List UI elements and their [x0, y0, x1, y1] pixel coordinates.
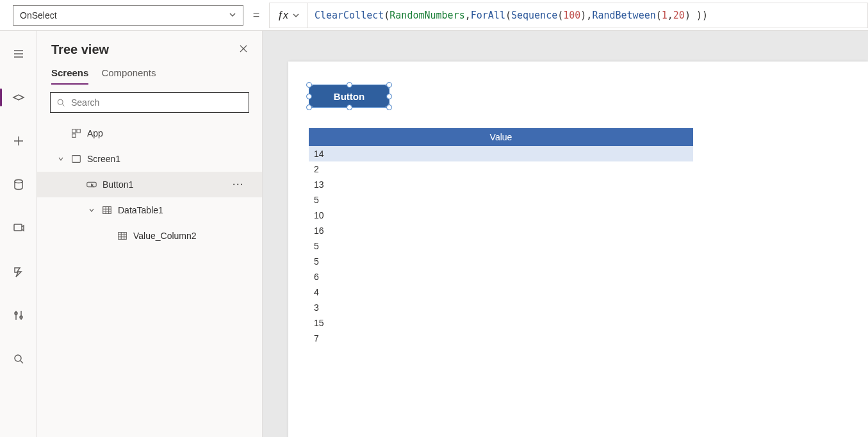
data-table-header[interactable]: Value [309, 128, 693, 146]
table-row[interactable]: 15 [309, 315, 693, 331]
table-row[interactable]: 6 [309, 269, 693, 284]
tree-item-label: App [87, 128, 103, 138]
table-row[interactable]: 2 [309, 161, 693, 177]
tree-item-label: DataTable1 [118, 205, 163, 215]
screen[interactable]: Button Value 142135101655643157 [288, 62, 868, 437]
svg-point-4 [15, 355, 21, 361]
svg-rect-11 [103, 207, 111, 214]
tree-view-panel: Tree view Screens Components AppScreen1B… [37, 31, 263, 437]
tree-item-datatable1[interactable]: DataTable1 [37, 197, 262, 223]
fx-icon: ƒx [277, 10, 288, 21]
tree-list: AppScreen1Button1···DataTable1Value_Colu… [37, 120, 262, 437]
table-row[interactable]: 3 [309, 300, 693, 315]
screen-icon [70, 153, 82, 165]
table-row[interactable]: 5 [309, 254, 693, 269]
tab-screens[interactable]: Screens [51, 67, 88, 85]
table-row[interactable]: 14 [309, 146, 693, 161]
app-icon [70, 128, 82, 139]
property-dropdown-value: OnSelect [20, 10, 57, 21]
left-rail [0, 31, 37, 437]
fx-menu[interactable]: ƒx [269, 3, 308, 28]
chevron-down-icon[interactable] [87, 207, 96, 213]
chevron-down-icon [292, 12, 300, 19]
button-icon [86, 179, 97, 190]
chevron-down-icon[interactable] [56, 156, 65, 162]
tree-item-value_column2[interactable]: Value_Column2 [37, 223, 262, 249]
resize-handle[interactable] [347, 82, 352, 88]
button-control[interactable]: Button [309, 85, 389, 107]
selection-outline[interactable]: Button [309, 85, 389, 108]
resize-handle[interactable] [306, 82, 312, 88]
search-icon[interactable] [6, 346, 31, 372]
table-row[interactable]: 10 [309, 208, 693, 223]
resize-handle[interactable] [347, 104, 352, 110]
tree-item-screen1[interactable]: Screen1 [37, 146, 262, 172]
property-dropdown[interactable]: OnSelect [13, 5, 243, 26]
svg-point-5 [58, 99, 63, 104]
canvas-area[interactable]: Button Value 142135101655643157 [263, 31, 868, 437]
tree-view-icon[interactable] [6, 85, 31, 110]
resize-handle[interactable] [386, 104, 392, 110]
svg-rect-12 [119, 233, 127, 240]
svg-rect-6 [72, 129, 76, 133]
media-icon[interactable] [6, 215, 31, 241]
resize-handle[interactable] [386, 94, 392, 99]
search-icon [56, 97, 66, 108]
table-row[interactable]: 13 [309, 177, 693, 192]
settings-icon[interactable] [6, 302, 31, 328]
tree-item-label: Button1 [102, 179, 133, 190]
tree-item-label: Value_Column2 [133, 231, 197, 241]
data-table-control[interactable]: Value 142135101655643157 [309, 128, 693, 346]
data-icon[interactable] [6, 172, 31, 197]
insert-icon[interactable] [6, 128, 31, 154]
table-row[interactable]: 7 [309, 331, 693, 346]
chevron-down-icon [229, 10, 236, 21]
column-icon [117, 230, 128, 242]
table-row[interactable]: 5 [309, 238, 693, 254]
formula-input[interactable]: ClearCollect( RandomNumbers, ForAll( Seq… [308, 3, 868, 28]
svg-rect-8 [72, 134, 76, 137]
resize-handle[interactable] [386, 82, 392, 88]
svg-point-0 [15, 180, 22, 183]
resize-handle[interactable] [306, 94, 312, 99]
svg-rect-1 [14, 224, 22, 231]
more-icon[interactable]: ··· [233, 179, 249, 190]
table-row[interactable]: 16 [309, 223, 693, 238]
equals-label: = [243, 8, 269, 22]
table-icon [101, 204, 113, 216]
tab-components[interactable]: Components [101, 67, 156, 85]
tree-view-title: Tree view [51, 42, 109, 57]
table-row[interactable]: 4 [309, 284, 693, 300]
tree-item-label: Screen1 [87, 154, 120, 164]
svg-rect-7 [77, 129, 80, 133]
svg-rect-9 [72, 156, 81, 163]
tree-item-button1[interactable]: Button1··· [37, 172, 262, 197]
close-icon[interactable] [239, 44, 248, 56]
resize-handle[interactable] [306, 104, 312, 110]
hamburger-icon[interactable] [6, 41, 31, 67]
search-field[interactable] [71, 97, 243, 108]
tree-item-app[interactable]: App [37, 120, 262, 146]
search-input[interactable] [50, 92, 249, 113]
power-automate-icon[interactable] [6, 259, 31, 284]
table-row[interactable]: 5 [309, 192, 693, 208]
